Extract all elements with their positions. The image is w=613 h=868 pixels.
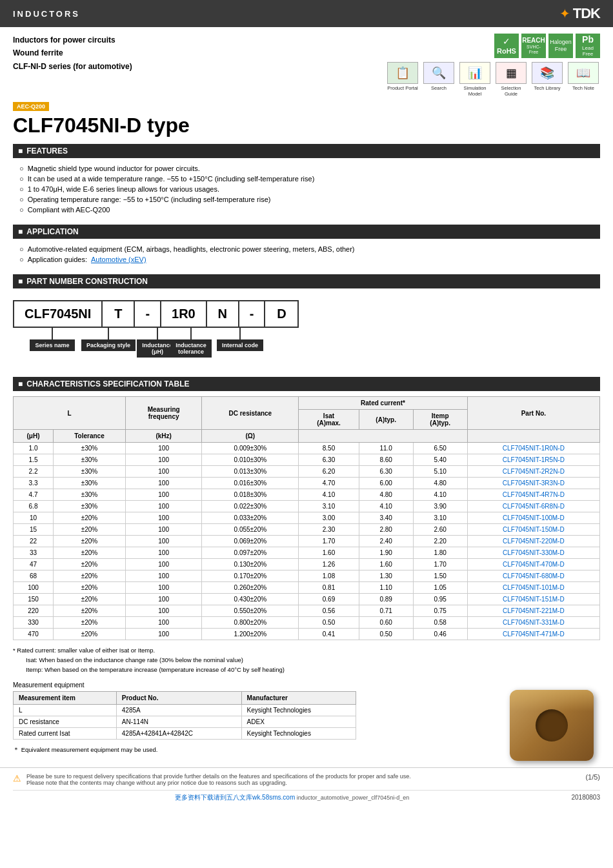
cell-part[interactable]: CLF7045NIT-1R0N-D [467,443,599,454]
cell-isat: 6.30 [299,454,359,466]
cell-part[interactable]: CLF7045NIT-6R8N-D [467,501,599,512]
cell-atyp: 1.90 [359,547,413,559]
cell-part[interactable]: CLF7045NIT-4R7N-D [467,489,599,501]
cell-freq: 100 [125,582,201,594]
table-row: 100 ±20% 100 0.260±20% 0.81 1.10 1.05 CL… [14,582,600,594]
part-link[interactable]: CLF7045NIT-471M-D [503,631,565,638]
cell-tol: ±20% [54,594,126,605]
cell-isat: 0.69 [299,594,359,605]
table-row: 330 ±20% 100 0.800±20% 0.50 0.60 0.58 CL… [14,617,600,629]
cell-part[interactable]: CLF7045NIT-470M-D [467,559,599,570]
th-isat: Isat(A)max. [299,410,359,430]
cell-part[interactable]: CLF7045NIT-471M-D [467,629,599,640]
part-link[interactable]: CLF7045NIT-221M-D [503,607,565,614]
app-link[interactable]: Automotive (xEV) [91,256,146,263]
product-lines: Inductors for power circuits Wound ferri… [13,34,386,73]
nav-tech-note[interactable]: 📖 Tech Note [567,62,600,91]
cell-freq: 100 [125,629,201,640]
meas-item: L [14,704,117,716]
th-empty [299,430,467,443]
part-link[interactable]: CLF7045NIT-331M-D [503,619,565,626]
cell-itemp: 1.50 [413,570,467,582]
cell-tol: ±20% [54,559,126,570]
cell-part[interactable]: CLF7045NIT-220M-D [467,536,599,547]
cell-part[interactable]: CLF7045NIT-330M-D [467,547,599,559]
tdk-logo: ✦ TDK [559,5,600,22]
cell-part[interactable]: CLF7045NIT-100M-D [467,512,599,524]
feature-item: Magnetic shield type wound inductor for … [19,163,600,174]
table-row: 470 ±20% 100 1.200±20% 0.41 0.50 0.46 CL… [14,629,600,640]
cell-l: 3.3 [14,478,54,489]
pnc-series: CLF7045NI [14,301,103,327]
cell-part[interactable]: CLF7045NIT-151M-D [467,594,599,605]
cell-tol: ±30% [54,478,126,489]
note-asterisk: * Rated current: smaller value of either… [13,645,600,655]
part-link[interactable]: CLF7045NIT-470M-D [503,561,565,568]
cell-part[interactable]: CLF7045NIT-150M-D [467,524,599,536]
app-item-1: Automotive-related equipment (ECM, airba… [19,244,600,254]
part-link[interactable]: CLF7045NIT-1R5N-D [503,456,565,463]
cell-part[interactable]: CLF7045NIT-3R3N-D [467,478,599,489]
cell-isat: 0.81 [299,582,359,594]
th-dcr: DC resistance [202,397,299,430]
cell-part[interactable]: CLF7045NIT-331M-D [467,617,599,629]
part-link[interactable]: CLF7045NIT-680M-D [503,572,565,580]
nav-product-portal[interactable]: 📋 Product Portal [386,62,419,91]
selection-icon: ▦ [496,62,527,84]
cell-freq: 100 [125,559,201,570]
nav-simulation[interactable]: 📊 Simulation Model [458,62,492,97]
cell-itemp: 5.10 [413,466,467,478]
cell-isat: 6.20 [299,466,359,478]
part-link[interactable]: CLF7045NIT-150M-D [503,526,565,533]
cell-part[interactable]: CLF7045NIT-680M-D [467,570,599,582]
cell-freq: 100 [125,536,201,547]
cell-atyp: 11.0 [359,443,413,454]
cell-freq: 100 [125,454,201,466]
pnc-tag-series: Series name [30,339,74,351]
search-label: Search [431,85,447,91]
cell-isat: 8.50 [299,443,359,454]
pnc-line-ind [157,328,158,339]
simulation-icon: 📊 [459,62,490,84]
header-bar: INDUCTORS ✦ TDK [0,0,613,27]
note-isat: Isat: When based on the inductance chang… [13,655,600,665]
cell-tol: ±30% [54,443,126,454]
meas-item: Rated current Isat [14,727,117,739]
aec-badge: AEC-Q200 [13,102,49,111]
cell-part[interactable]: CLF7045NIT-221M-D [467,605,599,617]
cell-part[interactable]: CLF7045NIT-2R2N-D [467,466,599,478]
flame-icon: ✦ [559,6,570,21]
pnc-line-pkg [108,328,109,339]
cell-isat: 3.10 [299,501,359,512]
tech-note-label: Tech Note [572,85,594,91]
main-content: Inductors for power circuits Wound ferri… [0,27,613,767]
cell-dcr: 0.550±20% [202,605,299,617]
nav-tech-library[interactable]: 📚 Tech Library [530,62,564,91]
part-link[interactable]: CLF7045NIT-2R2N-D [503,468,565,475]
part-link[interactable]: CLF7045NIT-1R0N-D [503,445,565,452]
part-link[interactable]: CLF7045NIT-3R3N-D [503,479,565,487]
part-link[interactable]: CLF7045NIT-220M-D [503,538,565,545]
cell-part[interactable]: CLF7045NIT-1R5N-D [467,454,599,466]
cell-itemp: 0.75 [413,605,467,617]
meas-row: DC resistance AN-114N ADEX [14,716,356,727]
part-link[interactable]: CLF7045NIT-151M-D [503,596,565,603]
nav-selection[interactable]: ▦ Selection Guide [494,62,528,97]
cell-dcr: 0.016±30% [202,478,299,489]
table-row: 2.2 ±30% 100 0.013±30% 6.20 6.30 5.10 CL… [14,466,600,478]
part-link[interactable]: CLF7045NIT-101M-D [503,584,565,591]
notes-section: * Rated current: smaller value of either… [13,645,600,675]
nav-search[interactable]: 🔍 Search [422,62,456,91]
part-link[interactable]: CLF7045NIT-100M-D [503,514,565,521]
page-title: INDUCTORS [13,9,80,19]
feature-item: 1 to 470μH, wide E-6 series lineup allow… [19,184,600,194]
part-link[interactable]: CLF7045NIT-4R7N-D [503,491,565,498]
equiv-note: ＊ Equivalent measurement equipment may b… [13,746,503,754]
part-link[interactable]: CLF7045NIT-330M-D [503,549,565,556]
product-portal-icon: 📋 [387,62,418,84]
part-link[interactable]: CLF7045NIT-6R8N-D [503,503,565,510]
cell-isat: 1.70 [299,536,359,547]
product-line-3: CLF-NI-D series (for automotive) [13,60,386,73]
reach-icon: REACH SVHC-Free [521,34,546,58]
cell-part[interactable]: CLF7045NIT-101M-D [467,582,599,594]
